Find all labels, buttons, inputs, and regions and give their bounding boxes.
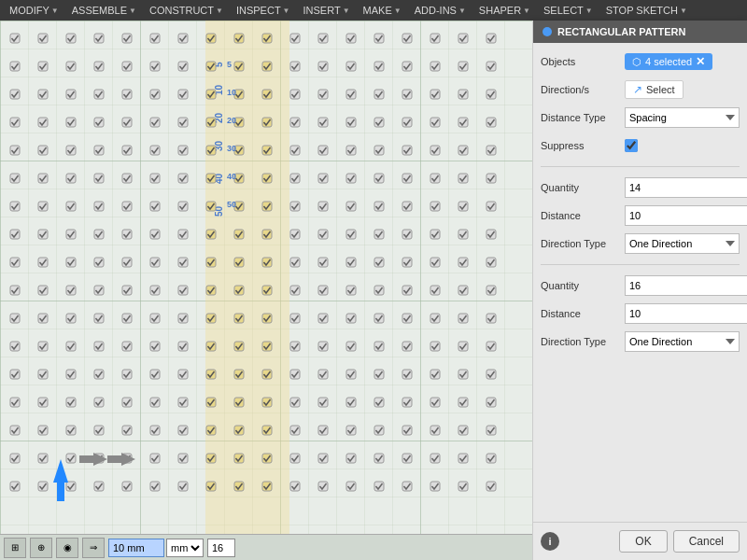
- zoom-tool[interactable]: ◉: [56, 538, 78, 558]
- distance-type-value: Spacing Extent: [625, 107, 740, 128]
- panel-header: RECTANGULAR PATTERN: [533, 21, 747, 43]
- directions-value: ↗ Select: [625, 80, 740, 99]
- direction-type1-label: Direction Type: [541, 238, 625, 249]
- panel-title: RECTANGULAR PATTERN: [557, 26, 686, 37]
- svg-rect-24: [107, 455, 121, 463]
- suppress-row: Suppress: [541, 134, 740, 157]
- svg-text:50: 50: [227, 200, 236, 209]
- dimension-input-group: mm: [108, 539, 204, 557]
- directions-select-button[interactable]: ↗ Select: [625, 80, 684, 99]
- distance2-value: ▲ ▼: [625, 303, 747, 324]
- distance-type-label: Distance Type: [541, 112, 625, 123]
- stopsketch-arrow: ▼: [680, 7, 687, 15]
- distance2-row: Distance ▲ ▼: [541, 302, 740, 325]
- dimension-input[interactable]: [108, 539, 164, 557]
- menu-bar: MODIFY ▼ ASSEMBLE ▼ CONSTRUCT ▼ INSPECT …: [0, 0, 747, 21]
- menu-shaper[interactable]: SHAPER ▼: [473, 3, 536, 18]
- construct-arrow: ▼: [216, 7, 223, 15]
- svg-text:5: 5: [227, 60, 232, 69]
- rectangular-pattern-panel: RECTANGULAR PATTERN Objects ⬡ 4 selected…: [532, 21, 747, 560]
- direction-type1-select[interactable]: One Direction Symmetric Two Directions: [625, 233, 740, 254]
- svg-text:40: 40: [227, 172, 236, 181]
- pattern-checkmarks: 5 10 20 30 40 50: [5, 25, 509, 543]
- svg-rect-20: [57, 483, 64, 501]
- distance1-value: ▲ ▼: [625, 205, 747, 226]
- directions-select-label: Select: [646, 84, 675, 95]
- svg-text:10: 10: [227, 88, 236, 97]
- directions-row: Direction/s ↗ Select: [541, 78, 740, 101]
- direction-type1-value: One Direction Symmetric Two Directions: [625, 233, 740, 254]
- quantity1-input[interactable]: [626, 178, 747, 197]
- addins-arrow: ▼: [458, 7, 466, 15]
- distance2-input[interactable]: [626, 304, 747, 323]
- quantity1-value: ▲ ▼: [625, 177, 747, 198]
- canvas-area[interactable]: 5 10 20 30 40 50: [0, 21, 532, 560]
- objects-value: ⬡ 4 selected ✕: [625, 53, 740, 70]
- quantity2-value: ▲ ▼: [625, 275, 747, 296]
- snap-tool[interactable]: ⊞: [4, 538, 26, 558]
- modify-arrow: ▼: [51, 7, 59, 15]
- nav-arrows[interactable]: ⇒: [82, 538, 105, 558]
- directions-label: Direction/s: [541, 84, 625, 95]
- distance1-label: Distance: [541, 210, 625, 221]
- main-area: 5 10 20 30 40 50: [0, 21, 747, 560]
- menu-assemble[interactable]: ASSEMBLE ▼: [66, 3, 142, 18]
- panel-body: Objects ⬡ 4 selected ✕ Direction/s ↗ Sel…: [533, 43, 747, 522]
- shaper-arrow: ▼: [523, 7, 530, 15]
- quantity1-label: Quantity: [541, 182, 625, 193]
- select-cursor-icon: ↗: [633, 83, 642, 96]
- panel-footer: i OK Cancel: [533, 522, 747, 560]
- quantity1-row: Quantity ▲ ▼: [541, 176, 740, 199]
- ok-button[interactable]: OK: [619, 530, 667, 553]
- canvas-bottom-bar: ⊞ ⊕ ◉ ⇒ mm: [0, 534, 532, 560]
- objects-row: Objects ⬡ 4 selected ✕: [541, 50, 740, 73]
- insert-arrow: ▼: [343, 7, 350, 15]
- distance2-label: Distance: [541, 308, 625, 319]
- make-arrow: ▼: [394, 7, 402, 15]
- assemble-arrow: ▼: [129, 7, 136, 15]
- menu-stop-sketch[interactable]: STOP SKETCH ▼: [600, 3, 693, 18]
- svg-marker-19: [53, 459, 68, 483]
- svg-rect-22: [79, 455, 93, 463]
- quantity2-label: Quantity: [541, 280, 625, 291]
- menu-insert[interactable]: INSERT ▼: [298, 3, 356, 18]
- objects-label: Objects: [541, 56, 625, 67]
- menu-inspect[interactable]: INSPECT ▼: [231, 3, 296, 18]
- menu-make[interactable]: MAKE ▼: [358, 3, 407, 18]
- svg-text:20: 20: [227, 116, 236, 125]
- direction-type2-label: Direction Type: [541, 336, 625, 347]
- direction-type2-row: Direction Type One Direction Symmetric T…: [541, 330, 740, 353]
- direction-type2-value: One Direction Symmetric Two Directions: [625, 331, 740, 352]
- suppress-checkbox[interactable]: [625, 139, 638, 152]
- distance1-input[interactable]: [626, 206, 747, 225]
- quantity2-row: Quantity ▲ ▼: [541, 274, 740, 297]
- menu-construct[interactable]: CONSTRUCT ▼: [144, 3, 229, 18]
- panel-header-icon: [543, 27, 552, 36]
- quantity-input[interactable]: [207, 539, 235, 557]
- divider-1: [541, 166, 740, 167]
- distance-type-row: Distance Type Spacing Extent: [541, 106, 740, 129]
- cursor-icon: ⬡: [632, 56, 641, 68]
- inspect-arrow: ▼: [283, 7, 290, 15]
- divider-2: [541, 264, 740, 265]
- menu-select[interactable]: SELECT ▼: [538, 3, 599, 18]
- distance1-row: Distance ▲ ▼: [541, 204, 740, 227]
- objects-selected-text: 4 selected: [645, 56, 692, 67]
- svg-text:30: 30: [227, 144, 236, 153]
- direction-type2-select[interactable]: One Direction Symmetric Two Directions: [625, 331, 740, 352]
- origin-tool[interactable]: ⊕: [30, 538, 52, 558]
- info-button[interactable]: i: [541, 532, 559, 551]
- menu-modify[interactable]: MODIFY ▼: [4, 3, 64, 18]
- select-arrow: ▼: [585, 7, 593, 15]
- distance-type-select[interactable]: Spacing Extent: [625, 107, 740, 128]
- quantity2-input[interactable]: [626, 276, 747, 295]
- suppress-label: Suppress: [541, 140, 625, 151]
- suppress-value: [625, 139, 740, 152]
- unit-select[interactable]: mm: [166, 539, 204, 557]
- objects-clear-button[interactable]: ✕: [696, 55, 705, 68]
- direction-type1-row: Direction Type One Direction Symmetric T…: [541, 232, 740, 255]
- objects-selected-badge[interactable]: ⬡ 4 selected ✕: [625, 53, 712, 70]
- cancel-button[interactable]: Cancel: [673, 530, 740, 553]
- menu-addins[interactable]: ADD-INS ▼: [409, 3, 472, 18]
